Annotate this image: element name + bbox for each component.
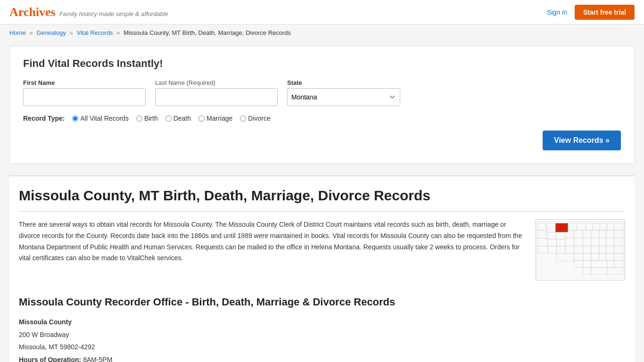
office-hours: 8AM-5PM (83, 356, 112, 362)
header: Archives Family history made simple & af… (0, 0, 644, 25)
content-description: There are several ways to obtain vital r… (19, 219, 524, 282)
breadcrumb-sep-2: » (70, 29, 73, 36)
content-layout: There are several ways to obtain vital r… (19, 219, 625, 282)
first-name-group: First Name (23, 79, 146, 106)
content-divider (19, 211, 625, 212)
svg-point-56 (561, 226, 563, 229)
first-name-label: First Name (23, 79, 146, 86)
breadcrumb-vital-records[interactable]: Vital Records (77, 29, 113, 36)
record-type-divorce[interactable]: Divorce (240, 115, 270, 122)
breadcrumb-current: Missoula County, MT Birth, Death, Marria… (124, 29, 291, 36)
header-tagline: Family history made simple & affordable (59, 10, 168, 17)
office-info: Missoula County 200 W Broadway Missoula,… (19, 316, 625, 362)
office-address1: 200 W Broadway (19, 331, 69, 338)
breadcrumb-sep-1: » (29, 29, 33, 36)
record-type-all[interactable]: All Vital Records (72, 115, 128, 122)
map-container (536, 219, 625, 282)
record-type-marriage[interactable]: Marriage (198, 115, 232, 122)
section-heading: Missoula County Recorder Office - Birth,… (19, 296, 625, 308)
breadcrumb: Home » Genealogy » Vital Records » Misso… (0, 25, 644, 41)
state-select[interactable]: All United States AlabamaAlaskaArizonaAr… (287, 88, 400, 106)
last-name-label: Last Name (Required) (155, 79, 278, 86)
record-type-death-radio[interactable] (165, 115, 172, 122)
search-fields: First Name Last Name (Required) State Al… (23, 79, 621, 106)
record-type-death[interactable]: Death (165, 115, 191, 122)
breadcrumb-sep-3: » (116, 29, 120, 36)
search-box: Find Vital Records Instantly! First Name… (9, 46, 635, 164)
office-address2: Missoula, MT 59802-4292 (19, 343, 95, 351)
state-group: State All United States AlabamaAlaskaAri… (287, 79, 400, 106)
breadcrumb-genealogy[interactable]: Genealogy (36, 29, 66, 36)
last-name-group: Last Name (Required) (155, 79, 278, 106)
record-type-label: Record Type: (23, 115, 65, 122)
header-right: Sign in Start free trial (547, 5, 635, 20)
last-name-input[interactable] (155, 88, 278, 106)
start-trial-button[interactable]: Start free trial (575, 5, 635, 20)
record-type-marriage-radio[interactable] (198, 115, 205, 122)
search-actions: View Records » (23, 131, 621, 150)
page-title: Missoula County, MT Birth, Death, Marria… (19, 188, 625, 204)
state-label: State (287, 79, 400, 86)
view-records-button[interactable]: View Records » (543, 131, 621, 150)
record-type-row: Record Type: All Vital Records Birth Dea… (23, 115, 621, 122)
sign-in-link[interactable]: Sign in (547, 8, 567, 16)
record-type-divorce-radio[interactable] (240, 115, 246, 122)
main-content: Find Vital Records Instantly! First Name… (0, 41, 644, 362)
office-name: Missoula County (19, 318, 72, 326)
record-type-all-radio[interactable] (72, 115, 78, 122)
office-hours-label: Hours of Operation: (19, 356, 81, 362)
record-type-options: All Vital Records Birth Death Marriage D… (72, 115, 270, 122)
page-content: Missoula County, MT Birth, Death, Marria… (9, 175, 635, 362)
svg-rect-0 (536, 222, 625, 278)
us-map (536, 219, 625, 280)
record-type-birth[interactable]: Birth (136, 115, 158, 122)
record-type-birth-radio[interactable] (136, 115, 142, 122)
archives-logo: Archives (9, 5, 56, 19)
breadcrumb-home[interactable]: Home (9, 29, 26, 36)
search-title: Find Vital Records Instantly! (23, 58, 621, 70)
first-name-input[interactable] (23, 88, 146, 106)
header-left: Archives Family history made simple & af… (9, 5, 168, 19)
